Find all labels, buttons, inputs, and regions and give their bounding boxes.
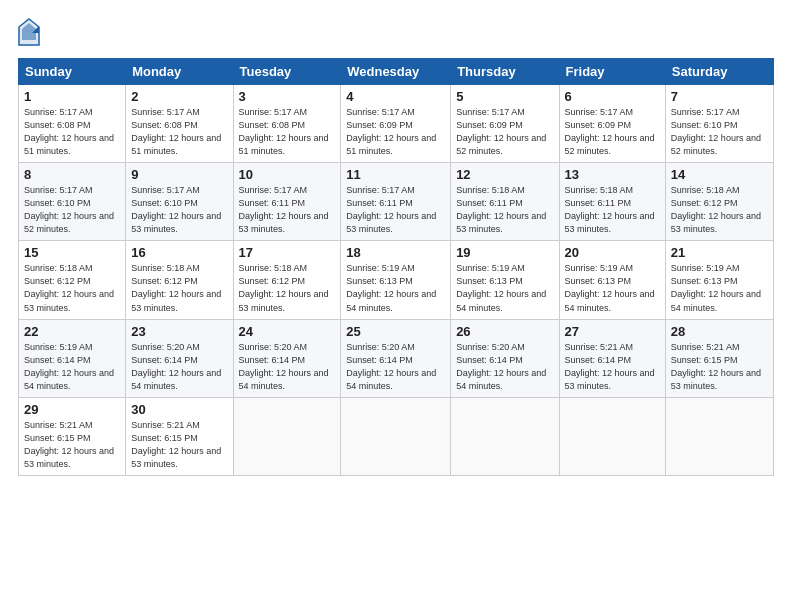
calendar-table: SundayMondayTuesdayWednesdayThursdayFrid…: [18, 58, 774, 476]
day-info: Sunrise: 5:18 AMSunset: 6:12 PMDaylight:…: [239, 262, 336, 314]
day-number: 30: [131, 402, 227, 417]
calendar-cell: 19Sunrise: 5:19 AMSunset: 6:13 PMDayligh…: [451, 241, 559, 319]
day-info: Sunrise: 5:17 AMSunset: 6:09 PMDaylight:…: [346, 106, 445, 158]
day-number: 2: [131, 89, 227, 104]
calendar-cell: [665, 397, 773, 475]
calendar-cell: 21Sunrise: 5:19 AMSunset: 6:13 PMDayligh…: [665, 241, 773, 319]
calendar-cell: 4Sunrise: 5:17 AMSunset: 6:09 PMDaylight…: [341, 85, 451, 163]
day-info: Sunrise: 5:19 AMSunset: 6:13 PMDaylight:…: [565, 262, 660, 314]
calendar-cell: 17Sunrise: 5:18 AMSunset: 6:12 PMDayligh…: [233, 241, 341, 319]
calendar-cell: 27Sunrise: 5:21 AMSunset: 6:14 PMDayligh…: [559, 319, 665, 397]
day-info: Sunrise: 5:17 AMSunset: 6:08 PMDaylight:…: [239, 106, 336, 158]
calendar-cell: [451, 397, 559, 475]
day-info: Sunrise: 5:17 AMSunset: 6:10 PMDaylight:…: [671, 106, 768, 158]
day-info: Sunrise: 5:17 AMSunset: 6:11 PMDaylight:…: [239, 184, 336, 236]
calendar-week-4: 22Sunrise: 5:19 AMSunset: 6:14 PMDayligh…: [19, 319, 774, 397]
day-number: 3: [239, 89, 336, 104]
day-info: Sunrise: 5:19 AMSunset: 6:13 PMDaylight:…: [456, 262, 553, 314]
day-info: Sunrise: 5:19 AMSunset: 6:13 PMDaylight:…: [671, 262, 768, 314]
day-info: Sunrise: 5:17 AMSunset: 6:10 PMDaylight:…: [131, 184, 227, 236]
day-info: Sunrise: 5:20 AMSunset: 6:14 PMDaylight:…: [239, 341, 336, 393]
calendar-cell: 25Sunrise: 5:20 AMSunset: 6:14 PMDayligh…: [341, 319, 451, 397]
weekday-header-tuesday: Tuesday: [233, 59, 341, 85]
day-number: 5: [456, 89, 553, 104]
calendar-week-2: 8Sunrise: 5:17 AMSunset: 6:10 PMDaylight…: [19, 163, 774, 241]
calendar-cell: 20Sunrise: 5:19 AMSunset: 6:13 PMDayligh…: [559, 241, 665, 319]
day-number: 8: [24, 167, 120, 182]
day-number: 27: [565, 324, 660, 339]
day-info: Sunrise: 5:21 AMSunset: 6:15 PMDaylight:…: [671, 341, 768, 393]
calendar-cell: 11Sunrise: 5:17 AMSunset: 6:11 PMDayligh…: [341, 163, 451, 241]
calendar-cell: 6Sunrise: 5:17 AMSunset: 6:09 PMDaylight…: [559, 85, 665, 163]
calendar-cell: 8Sunrise: 5:17 AMSunset: 6:10 PMDaylight…: [19, 163, 126, 241]
day-info: Sunrise: 5:21 AMSunset: 6:14 PMDaylight:…: [565, 341, 660, 393]
day-number: 20: [565, 245, 660, 260]
day-info: Sunrise: 5:17 AMSunset: 6:08 PMDaylight:…: [131, 106, 227, 158]
day-info: Sunrise: 5:17 AMSunset: 6:08 PMDaylight:…: [24, 106, 120, 158]
calendar-cell: 1Sunrise: 5:17 AMSunset: 6:08 PMDaylight…: [19, 85, 126, 163]
day-number: 1: [24, 89, 120, 104]
weekday-header-row: SundayMondayTuesdayWednesdayThursdayFrid…: [19, 59, 774, 85]
calendar-cell: 14Sunrise: 5:18 AMSunset: 6:12 PMDayligh…: [665, 163, 773, 241]
day-number: 12: [456, 167, 553, 182]
day-info: Sunrise: 5:20 AMSunset: 6:14 PMDaylight:…: [456, 341, 553, 393]
day-info: Sunrise: 5:18 AMSunset: 6:12 PMDaylight:…: [24, 262, 120, 314]
day-number: 13: [565, 167, 660, 182]
calendar-cell: 3Sunrise: 5:17 AMSunset: 6:08 PMDaylight…: [233, 85, 341, 163]
calendar-cell: 28Sunrise: 5:21 AMSunset: 6:15 PMDayligh…: [665, 319, 773, 397]
day-info: Sunrise: 5:17 AMSunset: 6:10 PMDaylight:…: [24, 184, 120, 236]
day-number: 7: [671, 89, 768, 104]
calendar-cell: 26Sunrise: 5:20 AMSunset: 6:14 PMDayligh…: [451, 319, 559, 397]
logo: [18, 18, 44, 46]
day-info: Sunrise: 5:21 AMSunset: 6:15 PMDaylight:…: [131, 419, 227, 471]
calendar-cell: 13Sunrise: 5:18 AMSunset: 6:11 PMDayligh…: [559, 163, 665, 241]
day-info: Sunrise: 5:18 AMSunset: 6:11 PMDaylight:…: [456, 184, 553, 236]
calendar-cell: 22Sunrise: 5:19 AMSunset: 6:14 PMDayligh…: [19, 319, 126, 397]
calendar-cell: 10Sunrise: 5:17 AMSunset: 6:11 PMDayligh…: [233, 163, 341, 241]
day-number: 22: [24, 324, 120, 339]
day-info: Sunrise: 5:21 AMSunset: 6:15 PMDaylight:…: [24, 419, 120, 471]
calendar-week-5: 29Sunrise: 5:21 AMSunset: 6:15 PMDayligh…: [19, 397, 774, 475]
day-number: 19: [456, 245, 553, 260]
day-info: Sunrise: 5:18 AMSunset: 6:11 PMDaylight:…: [565, 184, 660, 236]
day-number: 29: [24, 402, 120, 417]
day-number: 15: [24, 245, 120, 260]
day-number: 17: [239, 245, 336, 260]
calendar-cell: 30Sunrise: 5:21 AMSunset: 6:15 PMDayligh…: [126, 397, 233, 475]
day-number: 18: [346, 245, 445, 260]
day-info: Sunrise: 5:20 AMSunset: 6:14 PMDaylight:…: [346, 341, 445, 393]
weekday-header-monday: Monday: [126, 59, 233, 85]
calendar-cell: 29Sunrise: 5:21 AMSunset: 6:15 PMDayligh…: [19, 397, 126, 475]
day-info: Sunrise: 5:17 AMSunset: 6:09 PMDaylight:…: [456, 106, 553, 158]
weekday-header-friday: Friday: [559, 59, 665, 85]
day-number: 14: [671, 167, 768, 182]
calendar-cell: [233, 397, 341, 475]
day-info: Sunrise: 5:20 AMSunset: 6:14 PMDaylight:…: [131, 341, 227, 393]
day-number: 10: [239, 167, 336, 182]
calendar-cell: 7Sunrise: 5:17 AMSunset: 6:10 PMDaylight…: [665, 85, 773, 163]
day-number: 4: [346, 89, 445, 104]
day-info: Sunrise: 5:18 AMSunset: 6:12 PMDaylight:…: [131, 262, 227, 314]
weekday-header-saturday: Saturday: [665, 59, 773, 85]
calendar-cell: 16Sunrise: 5:18 AMSunset: 6:12 PMDayligh…: [126, 241, 233, 319]
calendar-cell: 23Sunrise: 5:20 AMSunset: 6:14 PMDayligh…: [126, 319, 233, 397]
header: [18, 18, 774, 46]
day-number: 11: [346, 167, 445, 182]
day-number: 25: [346, 324, 445, 339]
day-info: Sunrise: 5:18 AMSunset: 6:12 PMDaylight:…: [671, 184, 768, 236]
day-info: Sunrise: 5:17 AMSunset: 6:09 PMDaylight:…: [565, 106, 660, 158]
day-number: 24: [239, 324, 336, 339]
calendar-week-3: 15Sunrise: 5:18 AMSunset: 6:12 PMDayligh…: [19, 241, 774, 319]
weekday-header-thursday: Thursday: [451, 59, 559, 85]
day-number: 16: [131, 245, 227, 260]
day-number: 9: [131, 167, 227, 182]
calendar-cell: 24Sunrise: 5:20 AMSunset: 6:14 PMDayligh…: [233, 319, 341, 397]
calendar-cell: 5Sunrise: 5:17 AMSunset: 6:09 PMDaylight…: [451, 85, 559, 163]
calendar-cell: 12Sunrise: 5:18 AMSunset: 6:11 PMDayligh…: [451, 163, 559, 241]
logo-icon: [18, 18, 40, 46]
weekday-header-sunday: Sunday: [19, 59, 126, 85]
day-info: Sunrise: 5:19 AMSunset: 6:13 PMDaylight:…: [346, 262, 445, 314]
calendar-cell: 15Sunrise: 5:18 AMSunset: 6:12 PMDayligh…: [19, 241, 126, 319]
day-info: Sunrise: 5:17 AMSunset: 6:11 PMDaylight:…: [346, 184, 445, 236]
weekday-header-wednesday: Wednesday: [341, 59, 451, 85]
